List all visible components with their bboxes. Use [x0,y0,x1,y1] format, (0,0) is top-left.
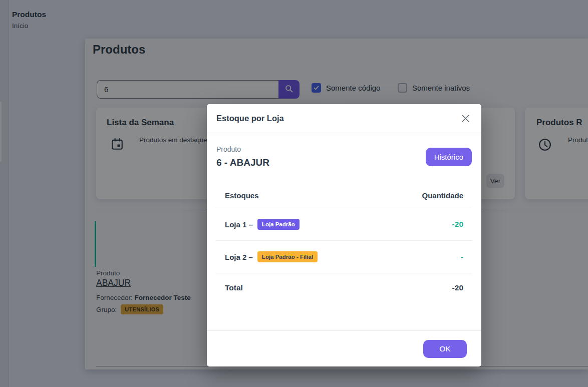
estoque-por-loja-modal: Estoque por Loja Produto 6 - ABAJUR Hist… [207,104,481,366]
table-row: Loja 1 – Loja Padrão -20 [216,208,472,240]
ok-button[interactable]: OK [423,340,467,358]
historico-button[interactable]: Histórico [426,148,472,166]
modal-title: Estoque por Loja [216,114,284,123]
stock-table: Estoques Quantidade Loja 1 – Loja Padrão… [216,191,472,302]
modal-product-label: Produto [216,145,269,153]
modal-product-value: 6 - ABAJUR [216,157,269,168]
close-icon[interactable] [459,112,472,125]
modal-product-row: Produto 6 - ABAJUR Histórico [216,145,472,168]
store-name: Loja 2 – [225,253,253,261]
store-quantity: - [461,252,463,261]
table-row: Loja 2 – Loja Padrão - Filial - [216,241,472,273]
total-label: Total [225,283,243,292]
modal-header: Estoque por Loja [207,104,481,133]
store-badge: Loja Padrão [257,219,300,230]
store-name: Loja 1 – [225,220,253,229]
store-quantity: -20 [452,220,463,229]
modal-body: Produto 6 - ABAJUR Histórico Estoques Qu… [207,133,481,330]
column-quantidade: Quantidade [422,191,463,200]
column-estoques: Estoques [225,191,259,200]
table-header: Estoques Quantidade [216,191,472,208]
modal-footer: OK [207,330,481,366]
total-quantity: -20 [452,283,463,292]
store-badge: Loja Padrão - Filial [257,251,318,262]
table-total-row: Total -20 [216,273,472,302]
